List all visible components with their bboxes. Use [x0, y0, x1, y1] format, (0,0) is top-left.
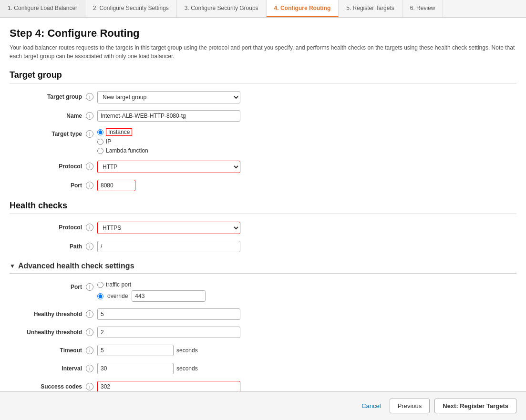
interval-label: Interval: [10, 363, 86, 372]
health-checks-heading: Health checks: [10, 201, 516, 214]
tab-configure-routing[interactable]: 4. Configure Routing: [267, 0, 339, 17]
advanced-arrow-icon: ▼: [10, 263, 15, 269]
interval-info-icon[interactable]: i: [86, 365, 93, 372]
healthy-threshold-label: Healthy threshold: [10, 308, 86, 318]
target-type-instance-option: Instance: [97, 128, 516, 136]
target-type-instance-radio[interactable]: [97, 129, 103, 135]
interval-row: Interval i seconds: [10, 363, 516, 374]
target-type-info-icon[interactable]: i: [86, 130, 93, 138]
adv-port-override-input[interactable]: [132, 290, 206, 302]
adv-port-traffic-radio[interactable]: [97, 282, 103, 288]
previous-button[interactable]: Previous: [390, 399, 430, 413]
protocol-label: Protocol: [10, 161, 86, 170]
tab-configure-security-settings[interactable]: 2. Configure Security Settings: [85, 0, 177, 17]
interval-unit: seconds: [176, 365, 198, 372]
target-type-ip-radio[interactable]: [97, 139, 103, 145]
target-type-lambda-label: Lambda function: [106, 147, 148, 154]
hc-path-info-icon[interactable]: i: [86, 243, 93, 250]
hc-protocol-row: Protocol i HTTP HTTPS: [10, 222, 516, 234]
advanced-section: ▼ Advanced health check settings Port i …: [10, 262, 516, 392]
target-type-ip-label: IP: [106, 138, 111, 145]
page-description: Your load balancer routes requests to th…: [10, 43, 515, 61]
hc-protocol-info-icon[interactable]: i: [86, 224, 93, 231]
hc-protocol-label: Protocol: [10, 222, 86, 231]
name-info-icon[interactable]: i: [86, 112, 93, 120]
unhealthy-threshold-row: Unhealthy threshold i: [10, 327, 516, 338]
target-group-control: New target group Existing target group: [97, 91, 516, 103]
bottom-bar: Cancel Previous Next: Register Targets: [0, 391, 526, 420]
tab-configure-load-balancer[interactable]: 1. Configure Load Balancer: [0, 0, 85, 17]
port-control: [97, 180, 516, 191]
target-group-row: Target group i New target group Existing…: [10, 91, 516, 103]
timeout-row: Timeout i seconds: [10, 345, 516, 356]
timeout-label: Timeout: [10, 345, 86, 354]
unhealthy-threshold-input[interactable]: [97, 327, 240, 338]
healthy-threshold-info-icon[interactable]: i: [86, 310, 93, 318]
wizard-nav: 1. Configure Load Balancer 2. Configure …: [0, 0, 526, 18]
target-type-control: Instance IP Lambda function: [97, 128, 516, 154]
target-group-info-icon[interactable]: i: [86, 93, 93, 101]
protocol-select[interactable]: HTTP HTTPS: [97, 161, 240, 173]
success-codes-row: Success codes i: [10, 381, 516, 392]
target-type-lambda-radio[interactable]: [97, 148, 103, 154]
success-codes-control: [97, 381, 516, 392]
target-group-section: Target group Target group i New target g…: [10, 70, 516, 191]
hc-protocol-control: HTTP HTTPS: [97, 222, 516, 234]
interval-input[interactable]: [97, 363, 174, 374]
port-input[interactable]: [97, 180, 135, 191]
interval-control: seconds: [97, 363, 516, 374]
target-group-label: Target group: [10, 91, 86, 100]
tab-review[interactable]: 6. Review: [402, 0, 443, 17]
health-checks-section: Health checks Protocol i HTTP HTTPS Path…: [10, 201, 516, 252]
unhealthy-threshold-info-icon[interactable]: i: [86, 328, 93, 336]
cancel-button[interactable]: Cancel: [358, 400, 384, 412]
target-type-label: Target type: [10, 128, 86, 137]
success-codes-label: Success codes: [10, 381, 86, 390]
protocol-control: HTTP HTTPS: [97, 161, 516, 173]
port-label: Port: [10, 180, 86, 189]
target-group-heading: Target group: [10, 70, 516, 83]
target-type-instance-label: Instance: [106, 128, 132, 136]
adv-port-override-label: override: [107, 293, 128, 299]
healthy-threshold-input[interactable]: [97, 308, 240, 320]
target-group-select[interactable]: New target group Existing target group: [97, 91, 240, 103]
name-control: [97, 110, 516, 122]
adv-port-row: Port i traffic port override: [10, 281, 516, 302]
hc-path-input[interactable]: [97, 241, 240, 252]
hc-path-label: Path: [10, 241, 86, 250]
healthy-threshold-control: [97, 308, 516, 320]
target-type-lambda-option: Lambda function: [97, 147, 516, 154]
adv-port-override-radio[interactable]: [97, 293, 103, 299]
protocol-info-icon[interactable]: i: [86, 163, 93, 170]
adv-port-control: traffic port override: [97, 281, 516, 302]
timeout-control: seconds: [97, 345, 516, 356]
port-info-icon[interactable]: i: [86, 182, 93, 189]
hc-path-row: Path i: [10, 241, 516, 252]
tab-configure-security-groups[interactable]: 3. Configure Security Groups: [177, 0, 267, 17]
hc-path-control: [97, 241, 516, 252]
tab-register-targets[interactable]: 5. Register Targets: [339, 0, 402, 17]
target-type-row: Target type i Instance IP Lambda functio…: [10, 128, 516, 154]
timeout-info-icon[interactable]: i: [86, 347, 93, 354]
hc-protocol-select[interactable]: HTTP HTTPS: [97, 222, 240, 234]
unhealthy-threshold-label: Unhealthy threshold: [10, 327, 86, 336]
success-codes-input[interactable]: [97, 381, 240, 392]
adv-port-info-icon[interactable]: i: [86, 283, 93, 291]
timeout-unit: seconds: [176, 347, 198, 354]
timeout-input[interactable]: [97, 345, 174, 356]
adv-port-label: Port: [10, 281, 86, 290]
name-label: Name: [10, 110, 86, 119]
next-button[interactable]: Next: Register Targets: [434, 399, 516, 413]
advanced-toggle[interactable]: ▼ Advanced health check settings: [10, 262, 516, 274]
unhealthy-threshold-control: [97, 327, 516, 338]
target-type-ip-option: IP: [97, 138, 516, 145]
name-input[interactable]: [97, 110, 240, 122]
name-row: Name i: [10, 110, 516, 122]
protocol-row: Protocol i HTTP HTTPS: [10, 161, 516, 173]
success-codes-info-icon[interactable]: i: [86, 383, 93, 390]
port-row: Port i: [10, 180, 516, 191]
advanced-heading: Advanced health check settings: [18, 262, 134, 270]
healthy-threshold-row: Healthy threshold i: [10, 308, 516, 320]
page-title: Step 4: Configure Routing: [10, 27, 516, 40]
adv-port-override-option: override: [97, 290, 516, 302]
